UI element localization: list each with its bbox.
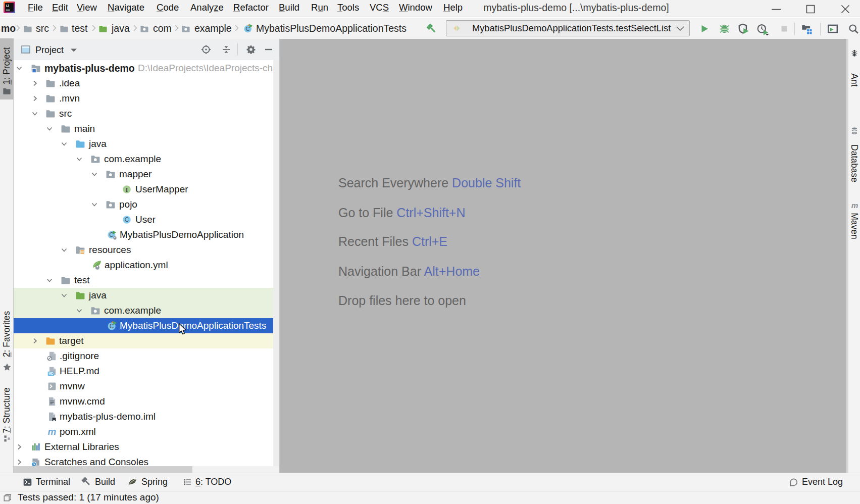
svg-text:IJ: IJ <box>6 4 9 8</box>
